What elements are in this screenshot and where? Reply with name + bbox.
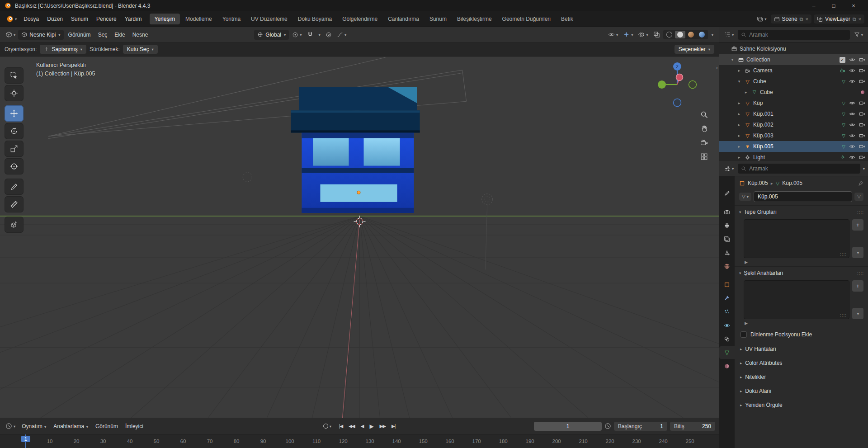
mesh-name-field[interactable]: Küp.005 xyxy=(754,191,852,202)
properties-tab-scene[interactable] xyxy=(720,246,734,259)
shape-key-add-button[interactable]: + xyxy=(852,280,863,292)
vertex-group-add-button[interactable]: + xyxy=(852,219,863,231)
mesh-object-kup005[interactable] xyxy=(291,87,420,213)
outliner-row-collection[interactable]: ▾ Collection ✓ xyxy=(719,54,868,65)
outliner-row-k-p[interactable]: ▸ ▽ Küp ▽ xyxy=(719,98,868,108)
tool-scale-button[interactable] xyxy=(5,141,24,157)
fake-user-button[interactable]: ▽ xyxy=(854,193,863,201)
jump-end-button[interactable]: ▶| xyxy=(389,422,397,430)
timeline-menu-oynat-m[interactable]: Oynatım ▾ xyxy=(18,421,50,431)
blender-menu-icon[interactable]: ▾ xyxy=(4,15,19,23)
outliner-row-k-p-002[interactable]: ▸ ▽ Küp.002 ▽ xyxy=(719,119,868,130)
workspace-tab-canland-rma[interactable]: Canlandırma xyxy=(383,14,424,24)
breadcrumb-data[interactable]: Küp.005 xyxy=(782,180,802,186)
properties-tab-physics[interactable] xyxy=(720,319,734,332)
shape-keys-panel-header[interactable]: ▾ Şekil Anahtarları :::: xyxy=(735,266,868,279)
current-frame-field[interactable]: 1 xyxy=(534,422,602,431)
panel-header-nitelikler[interactable]: ▸Nitelikler xyxy=(735,370,868,384)
orientation-dropdown[interactable]: Global▾ xyxy=(254,30,289,40)
outliner-row-sahne-koleksiyonu[interactable]: Sahne Koleksiyonu xyxy=(719,43,868,54)
properties-tab-constraints[interactable] xyxy=(720,333,734,345)
panel-grip-icon[interactable]: :::: xyxy=(857,271,864,276)
workspace-tab-sunum[interactable]: Sunum xyxy=(425,14,452,24)
viewport-3d[interactable]: Kullanıcı Perspektifi (1) Collection | K… xyxy=(0,57,719,418)
region-collapse-arrow[interactable]: ‹ xyxy=(716,65,718,71)
mesh-browse-dropdown[interactable]: ▽▾ xyxy=(739,193,751,201)
exclude-checkbox[interactable]: ✓ xyxy=(840,57,845,63)
prev-keyframe-button[interactable]: ◀◀ xyxy=(346,422,357,430)
expand-arrow-icon[interactable]: ▾ xyxy=(730,57,735,62)
ortho-grid-icon[interactable] xyxy=(700,153,708,160)
tool-cursor-button[interactable] xyxy=(5,85,24,101)
panel-header-color-attributes[interactable]: ▸Color Attributes xyxy=(735,356,868,370)
properties-search-input[interactable]: Aramak xyxy=(738,164,860,174)
shape-key-specials-button[interactable]: ▾ xyxy=(852,308,863,319)
eye-visibility-icon[interactable] xyxy=(849,154,855,160)
timeline-editor-type-button[interactable]: ▾ xyxy=(4,421,17,431)
vertex-groups-panel-header[interactable]: ▾ Tepe Grupları :::: xyxy=(735,205,868,218)
empty-object-right[interactable] xyxy=(482,194,493,205)
outliner-row-k-p-003[interactable]: ▸ ▽ Küp.003 ▽ xyxy=(719,130,868,141)
vertex-group-specials-button[interactable]: ▾ xyxy=(852,247,863,258)
workspace-tab-uv-d-zenleme[interactable]: UV Düzenleme xyxy=(246,14,292,24)
workspace-tab-betik[interactable]: Betik xyxy=(556,14,578,24)
render-visibility-camera-icon[interactable] xyxy=(859,143,865,150)
properties-tab-world[interactable] xyxy=(720,260,734,273)
menu-dosya[interactable]: Dosya xyxy=(19,14,43,24)
render-visibility-camera-icon[interactable] xyxy=(859,111,865,117)
eye-left-cube[interactable] xyxy=(313,138,349,165)
shape-keys-subpanel-arrow[interactable]: ▶ xyxy=(735,320,868,327)
properties-tab-material[interactable] xyxy=(720,360,734,373)
expand-arrow-icon[interactable]: ▸ xyxy=(736,68,742,73)
scene-new-icon[interactable]: ⧉ xyxy=(800,16,803,22)
eye-visibility-icon[interactable] xyxy=(849,57,855,63)
scene-unlink-icon[interactable]: × xyxy=(805,16,808,22)
frame-end-field[interactable]: Bitiş 250 xyxy=(670,422,715,431)
viewport-menu-nesne[interactable]: Nesne xyxy=(129,30,152,40)
panel-header-uv-haritalar[interactable]: ▸UV Haritaları xyxy=(735,342,868,356)
minimize-button[interactable]: – xyxy=(804,0,824,11)
viewlayer-new-icon[interactable]: ⧉ xyxy=(853,16,856,22)
properties-tab-output[interactable] xyxy=(720,219,734,232)
vertex-groups-subpanel-arrow[interactable]: ▶ xyxy=(735,259,868,266)
eye-visibility-icon[interactable] xyxy=(849,67,855,74)
timeline-menu-i-mleyici[interactable]: İmleyici xyxy=(122,421,147,431)
eye-visibility-icon[interactable] xyxy=(849,122,855,128)
workspace-tab-yerle-im[interactable]: Yerleşim xyxy=(150,14,180,24)
render-visibility-camera-icon[interactable] xyxy=(859,57,865,63)
render-visibility-camera-icon[interactable] xyxy=(859,78,865,85)
play-reverse-button[interactable]: ◀ xyxy=(359,422,366,430)
gizmo-neg-y-axis[interactable] xyxy=(689,81,697,89)
browse-scene-button[interactable]: ▾ xyxy=(755,14,768,24)
shading-rendered-button[interactable] xyxy=(697,31,707,38)
expand-arrow-icon[interactable]: ▸ xyxy=(736,144,742,149)
render-visibility-camera-icon[interactable] xyxy=(859,154,865,160)
panel-header-yeniden-rg-le[interactable]: ▸Yeniden Örgüle xyxy=(735,398,868,412)
workspace-tab-doku-boyama[interactable]: Doku Boyama xyxy=(293,14,337,24)
tool-select-box-button[interactable] xyxy=(5,67,24,84)
render-visibility-camera-icon[interactable] xyxy=(859,132,865,139)
gizmo-x-axis[interactable] xyxy=(676,74,683,81)
brim-cube[interactable] xyxy=(291,110,420,132)
orientation-setting-dropdown[interactable]: Saptanmış▾ xyxy=(40,45,86,54)
workspace-tab-bile-ikle-tirme[interactable]: Bileşikleştirme xyxy=(452,14,497,24)
expand-arrow-icon[interactable]: ▸ xyxy=(736,123,742,127)
play-button[interactable]: ▶ xyxy=(367,422,376,431)
menu-pencere[interactable]: Pencere xyxy=(92,14,121,24)
tool-add-cube-button[interactable] xyxy=(5,217,24,233)
outliner-filter-button[interactable]: ▾ xyxy=(852,30,865,39)
shading-wireframe-button[interactable] xyxy=(664,31,675,38)
shading-material-button[interactable] xyxy=(686,31,696,38)
pin-icon[interactable] xyxy=(858,180,863,186)
expand-arrow-icon[interactable]: ▾ xyxy=(736,79,742,84)
tool-rotate-button[interactable] xyxy=(5,123,24,139)
expand-arrow-icon[interactable]: ▸ xyxy=(743,90,749,94)
rest-position-checkbox[interactable] xyxy=(741,331,747,338)
tool-move-button[interactable] xyxy=(5,105,24,122)
tool-measure-button[interactable] xyxy=(5,196,24,212)
tool-transform-button[interactable] xyxy=(5,158,24,174)
outliner-search-input[interactable]: Aramak xyxy=(738,30,849,40)
menu-d-zen[interactable]: Düzen xyxy=(43,14,67,24)
shading-settings-dropdown[interactable]: ▾ xyxy=(709,31,715,38)
list-resize-grip[interactable]: :::: xyxy=(840,252,847,257)
